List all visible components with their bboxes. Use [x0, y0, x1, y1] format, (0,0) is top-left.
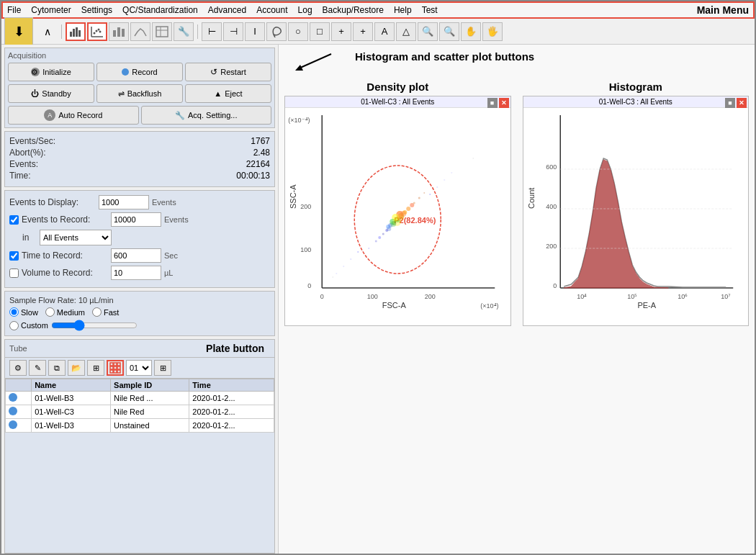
histogram-close[interactable]: ✕	[737, 98, 747, 108]
tube-open-button[interactable]: 📂	[68, 360, 85, 376]
density-plot-minimize[interactable]: ■	[487, 98, 498, 108]
table-row[interactable]: 01-Well-B3 Nile Red ... 2020-01-2...	[6, 392, 274, 405]
in-select[interactable]: All Events	[40, 230, 112, 245]
menu-help[interactable]: Help	[394, 5, 412, 15]
menu-file[interactable]: File	[7, 5, 21, 15]
tube-edit-button[interactable]: ✎	[29, 360, 46, 376]
ellipse-button[interactable]: ○	[288, 22, 308, 41]
acq-setting-button[interactable]: 🔧 Acq. Setting...	[141, 106, 272, 125]
histogram-svg: Count PE-A 0 200 400 600 10⁴ 10⁵ 10⁶ 10⁷	[523, 108, 749, 317]
standby-button[interactable]: ⏻ Standby	[8, 84, 94, 103]
left-arrow-button[interactable]: ⊢	[202, 22, 222, 41]
svg-rect-13	[156, 27, 168, 37]
volume-record-label: Volume to Record:	[22, 268, 108, 278]
menu-backup[interactable]: Backup/Restore	[323, 5, 384, 15]
histogram-button[interactable]	[66, 22, 86, 41]
wrench-button[interactable]: 🔧	[174, 22, 194, 41]
in-row: in All Events	[9, 230, 270, 245]
download-icon[interactable]: ⬇	[4, 17, 33, 46]
tube-plate-button[interactable]	[107, 360, 124, 376]
record-button[interactable]: Record	[96, 63, 183, 81]
time-record-input[interactable]	[111, 248, 161, 263]
toolbar-separator-1	[61, 24, 62, 39]
initialize-button[interactable]: ⚙ Initialize	[8, 63, 94, 81]
hand-button[interactable]: ✋	[461, 22, 481, 41]
settings-section: Events to Display: Events Events to Reco…	[4, 190, 275, 288]
standby-icon: ⏻	[31, 89, 39, 98]
record-label: Record	[132, 68, 157, 76]
zoom-in-button[interactable]: 🔍	[418, 22, 438, 41]
gesture-button[interactable]: 🖐	[482, 22, 503, 41]
backflush-button[interactable]: ⇌ Backflush	[96, 84, 183, 103]
density-plot-close[interactable]: ✕	[499, 98, 509, 108]
volume-record-input[interactable]	[111, 266, 161, 280]
record-icon	[122, 68, 129, 76]
custom-radio[interactable]	[9, 321, 19, 330]
area-chart-button[interactable]	[130, 22, 150, 41]
medium-radio[interactable]	[45, 307, 55, 317]
cursor-button[interactable]: I	[245, 22, 265, 41]
svg-rect-24	[114, 370, 117, 373]
events-display-label: Events to Display:	[9, 197, 96, 207]
events-display-input[interactable]	[99, 195, 149, 209]
bar-chart-button[interactable]	[109, 22, 129, 41]
svg-point-69	[472, 158, 474, 159]
events-display-unit: Events	[152, 198, 176, 207]
menu-qc[interactable]: QC/Standardization	[122, 5, 198, 15]
flow-rate-slider[interactable]	[51, 320, 138, 331]
stats-section: Events/Sec: 1767 Abort(%): 2.48 Events: …	[4, 131, 275, 187]
menu-log[interactable]: Log	[298, 5, 312, 15]
row-name: 01-Well-D3	[32, 419, 111, 433]
row-indicator-cell	[6, 419, 32, 433]
tube-number-select[interactable]: 01	[126, 360, 152, 376]
poly-button[interactable]: △	[396, 22, 416, 41]
tube-settings-button[interactable]: ⊞	[154, 360, 171, 376]
table-row[interactable]: 01-Well-D3 Unstained 2020-01-2...	[6, 419, 274, 433]
svg-rect-21	[114, 366, 117, 369]
restart-button[interactable]: ↺ Restart	[185, 63, 271, 81]
slow-radio[interactable]	[9, 307, 19, 317]
menu-account[interactable]: Account	[256, 5, 287, 15]
tube-copy-button[interactable]: ⧉	[48, 360, 66, 376]
col-indicator	[6, 379, 32, 392]
volume-record-unit: µL	[164, 269, 173, 277]
plus-btn[interactable]: +	[353, 22, 373, 41]
scatter-plot-button[interactable]	[87, 22, 107, 41]
menu-advanced[interactable]: Advanced	[208, 5, 246, 15]
events-record-input[interactable]	[111, 212, 161, 227]
svg-text:FSC-A: FSC-A	[382, 301, 407, 310]
menu-settings[interactable]: Settings	[81, 5, 112, 15]
rect-button[interactable]: □	[310, 22, 330, 41]
row-indicator-cell	[6, 405, 32, 419]
svg-text:PE-A: PE-A	[637, 301, 656, 310]
svg-point-64	[413, 202, 415, 204]
volume-record-checkbox[interactable]	[9, 269, 19, 278]
menu-test[interactable]: Test	[422, 5, 438, 15]
col-time: Time	[189, 379, 274, 392]
graph-icon[interactable]: ∧	[37, 22, 58, 41]
tube-add-button[interactable]: ⚙	[9, 360, 27, 376]
tube-grid-button[interactable]: ⊞	[87, 360, 104, 376]
auto-record-button[interactable]: A Auto Record	[8, 106, 139, 125]
svg-point-75	[387, 227, 391, 231]
table-row[interactable]: 01-Well-C3 Nile Red 2020-01-2...	[6, 405, 274, 419]
svg-text:(×10⁴): (×10⁴)	[480, 302, 498, 310]
svg-point-58	[436, 186, 438, 188]
initialize-label: Initialize	[42, 68, 71, 76]
menu-cytometer[interactable]: Cytometer	[31, 5, 71, 15]
right-arrow-button[interactable]: ⊣	[223, 22, 243, 41]
crosshair-button[interactable]: +	[331, 22, 351, 41]
events-record-checkbox[interactable]	[9, 215, 19, 225]
text-button[interactable]: A	[374, 22, 395, 41]
fast-radio[interactable]	[92, 307, 102, 317]
svg-point-52	[406, 207, 410, 211]
events-record-label: Events to Record:	[22, 215, 108, 225]
eject-button[interactable]: ▲ Eject	[185, 84, 271, 103]
histogram-minimize[interactable]: ■	[725, 98, 735, 108]
row-indicator-cell	[6, 392, 32, 405]
table-button[interactable]	[152, 22, 172, 41]
svg-rect-10	[113, 30, 116, 37]
zoom-out-button[interactable]: 🔍	[439, 22, 459, 41]
lasso-icon[interactable]	[266, 22, 287, 41]
time-record-checkbox[interactable]	[9, 251, 19, 261]
